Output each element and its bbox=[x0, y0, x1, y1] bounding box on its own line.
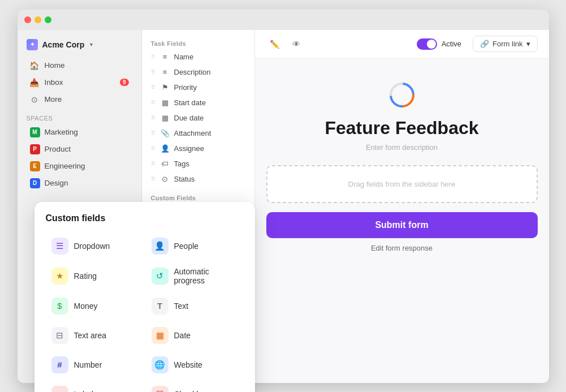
due-date-field-icon: ▦ bbox=[161, 114, 170, 122]
sidebar-item-more-label: More bbox=[45, 95, 62, 104]
edit-button[interactable]: ✏️ bbox=[266, 36, 283, 53]
custom-fields-popup[interactable]: Custom fields ☰ Dropdown 👤 People ★ Rati… bbox=[34, 202, 255, 393]
tags-field-icon: 🏷 bbox=[161, 160, 170, 168]
task-fields-label: Task Fields bbox=[142, 37, 254, 49]
close-button[interactable] bbox=[24, 16, 31, 23]
space-design-label: Design bbox=[45, 179, 68, 187]
assignee-field-icon: 👤 bbox=[161, 144, 170, 153]
workspace-icon: ✦ bbox=[27, 39, 38, 50]
auto-progress-label: Automatic progress bbox=[174, 267, 238, 285]
drag-handle-icon: ⠿ bbox=[151, 84, 155, 91]
custom-field-checkbox[interactable]: ☑ Checkbox bbox=[146, 381, 244, 393]
maximize-button[interactable] bbox=[45, 16, 51, 23]
sidebar-item-design[interactable]: D Design bbox=[21, 175, 138, 192]
custom-fields-grid: ☰ Dropdown 👤 People ★ Rating ↺ Automatic… bbox=[46, 232, 244, 393]
drag-handle-icon: ⠿ bbox=[151, 100, 155, 106]
auto-progress-icon: ↺ bbox=[152, 268, 168, 285]
home-icon: 🏠 bbox=[30, 61, 39, 70]
number-label: Number bbox=[74, 360, 102, 369]
field-status[interactable]: ⠿ ⊙ Status bbox=[142, 171, 254, 187]
form-link-button[interactable]: 🔗 Form link ▾ bbox=[473, 36, 537, 52]
link-icon: 🔗 bbox=[480, 40, 489, 48]
dropdown-label: Dropdown bbox=[74, 242, 110, 251]
sidebar-item-inbox[interactable]: 📥 Inbox 9 bbox=[21, 74, 138, 91]
custom-field-date[interactable]: ▦ Date bbox=[146, 322, 244, 349]
sidebar-item-home-label: Home bbox=[45, 61, 65, 70]
field-tags-label: Tags bbox=[174, 160, 189, 168]
inbox-badge: 9 bbox=[120, 79, 129, 86]
number-icon: # bbox=[51, 356, 68, 373]
rating-label: Rating bbox=[74, 272, 97, 281]
rating-icon: ★ bbox=[51, 268, 68, 285]
field-priority[interactable]: ⠿ ⚑ Priority bbox=[142, 80, 254, 95]
sidebar-item-engineering[interactable]: E Engineering bbox=[21, 158, 138, 175]
custom-field-people[interactable]: 👤 People bbox=[146, 232, 244, 260]
website-label: Website bbox=[174, 360, 202, 369]
priority-field-icon: ⚑ bbox=[161, 83, 170, 92]
sidebar-item-home[interactable]: 🏠 Home bbox=[21, 57, 138, 74]
status-field-icon: ⊙ bbox=[161, 175, 170, 183]
minimize-button[interactable] bbox=[34, 16, 41, 23]
field-assignee[interactable]: ⠿ 👤 Assignee bbox=[142, 141, 254, 156]
money-icon: $ bbox=[51, 298, 68, 315]
toggle-knob bbox=[427, 40, 436, 49]
custom-field-text-area[interactable]: ⊟ Text area bbox=[46, 322, 144, 349]
custom-field-dropdown[interactable]: ☰ Dropdown bbox=[46, 232, 144, 260]
form-title: Feature Feedback bbox=[325, 118, 478, 139]
inbox-icon: 📥 bbox=[30, 78, 39, 87]
field-tags[interactable]: ⠿ 🏷 Tags bbox=[142, 156, 254, 171]
text-icon: T bbox=[152, 298, 168, 315]
custom-field-text[interactable]: T Text bbox=[146, 292, 244, 320]
preview-button[interactable]: 👁 bbox=[288, 36, 305, 53]
space-product-label: Product bbox=[45, 145, 71, 153]
form-content: Feature Feedback Enter form description … bbox=[255, 59, 549, 383]
field-description[interactable]: ⠿ ≡ Description bbox=[142, 64, 254, 80]
submit-button[interactable]: Submit form bbox=[266, 212, 538, 238]
attachment-field-icon: 📎 bbox=[161, 129, 170, 137]
money-label: Money bbox=[74, 301, 98, 311]
space-engineering-label: Engineering bbox=[45, 162, 85, 170]
custom-field-auto-progress[interactable]: ↺ Automatic progress bbox=[146, 262, 244, 290]
edit-response-link[interactable]: Edit form response bbox=[371, 244, 433, 252]
workspace-header[interactable]: ✦ Acme Corp ▾ bbox=[18, 35, 141, 57]
labels-label: Labels bbox=[74, 390, 97, 393]
form-toolbar: ✏️ 👁 Active 🔗 Form link ▾ bbox=[255, 30, 549, 59]
field-name[interactable]: ⠿ ≡ Name bbox=[142, 49, 254, 64]
start-date-field-icon: ▦ bbox=[161, 98, 170, 107]
checkbox-icon: ☑ bbox=[152, 386, 168, 393]
active-label: Active bbox=[442, 40, 461, 48]
sidebar-item-marketing[interactable]: M Marketing bbox=[21, 124, 138, 141]
field-due-date-label: Due date bbox=[174, 114, 204, 122]
text-label: Text bbox=[174, 301, 189, 311]
custom-field-website[interactable]: 🌐 Website bbox=[146, 351, 244, 378]
custom-field-money[interactable]: $ Money bbox=[46, 292, 144, 320]
active-toggle[interactable] bbox=[417, 38, 437, 50]
custom-field-labels[interactable]: 🏷 Labels bbox=[46, 381, 144, 393]
drag-handle-icon: ⠿ bbox=[151, 161, 155, 167]
drag-handle-icon: ⠿ bbox=[151, 115, 155, 121]
field-due-date[interactable]: ⠿ ▦ Due date bbox=[142, 110, 254, 126]
field-priority-label: Priority bbox=[174, 83, 197, 92]
labels-icon: 🏷 bbox=[51, 386, 68, 393]
drop-zone-text: Drag fields from the sidebar here bbox=[348, 180, 455, 188]
sidebar-item-product[interactable]: P Product bbox=[21, 141, 138, 158]
drop-zone[interactable]: Drag fields from the sidebar here bbox=[266, 165, 538, 203]
date-label: Date bbox=[174, 331, 191, 340]
field-attachment[interactable]: ⠿ 📎 Attachment bbox=[142, 126, 254, 141]
drag-handle-icon: ⠿ bbox=[151, 145, 155, 152]
active-toggle-group: Active bbox=[417, 38, 461, 50]
engineering-icon: E bbox=[30, 161, 40, 171]
eye-icon: 👁 bbox=[292, 40, 300, 49]
text-area-label: Text area bbox=[74, 331, 107, 340]
field-assignee-label: Assignee bbox=[174, 144, 204, 153]
sidebar-item-more[interactable]: ⊙ More bbox=[21, 91, 138, 108]
drag-handle-icon: ⠿ bbox=[151, 54, 155, 60]
edit-icon: ✏️ bbox=[270, 40, 279, 49]
custom-field-number[interactable]: # Number bbox=[46, 351, 144, 378]
form-link-label: Form link bbox=[492, 40, 522, 48]
workspace-name: Acme Corp bbox=[42, 40, 85, 49]
field-start-date[interactable]: ⠿ ▦ Start date bbox=[142, 95, 254, 110]
custom-field-rating[interactable]: ★ Rating bbox=[46, 262, 144, 290]
people-label: People bbox=[174, 242, 199, 251]
chevron-down-icon: ▾ bbox=[90, 41, 93, 48]
